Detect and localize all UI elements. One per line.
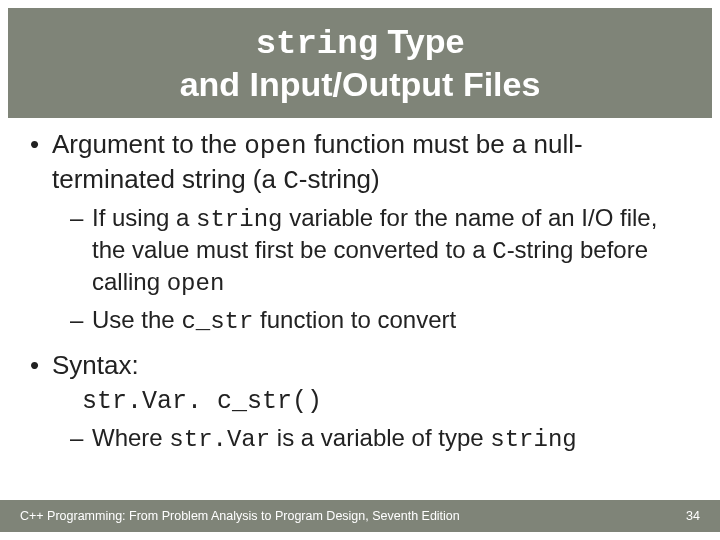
bullet-1-sub-2: Use the c_str function to convert [52, 305, 696, 337]
slide: string Type and Input/Output Files Argum… [0, 0, 720, 540]
b1s2-code-cstr: c_str [181, 308, 253, 335]
b1s1-code-string: string [196, 206, 282, 233]
b1s1-code-open: open [167, 270, 225, 297]
bullet-1-sublist: If using a string variable for the name … [52, 203, 696, 337]
footer-bar: C++ Programming: From Problem Analysis t… [0, 500, 720, 532]
slide-title: string Type and Input/Output Files [180, 22, 541, 103]
title-line2: and Input/Output Files [180, 65, 541, 103]
bullet-2-sublist: Where str.Var is a variable of type stri… [52, 423, 696, 455]
syntax-expression: str.Var. c_str() [82, 386, 696, 417]
content-area: Argument to the open function must be a … [24, 128, 696, 492]
b1-pre: Argument to the [52, 129, 244, 159]
bullet-2-sub-1: Where str.Var is a variable of type stri… [52, 423, 696, 455]
title-band: string Type and Input/Output Files [8, 8, 712, 118]
b1-code-open: open [244, 131, 306, 161]
b1s1-code-c: C [492, 238, 506, 265]
bullet-1: Argument to the open function must be a … [24, 128, 696, 337]
bullet-1-sub-1: If using a string variable for the name … [52, 203, 696, 299]
b2-text: Syntax: [52, 350, 139, 380]
b2s1-code-string: string [490, 426, 576, 453]
b1s2-post: function to convert [253, 306, 456, 333]
b1-tail: -string) [299, 164, 380, 194]
b2s1-mid: is a variable of type [270, 424, 490, 451]
title-line1-rest: Type [378, 22, 464, 60]
bullet-list: Argument to the open function must be a … [24, 128, 696, 455]
bullet-2: Syntax: str.Var. c_str() Where str.Var i… [24, 349, 696, 455]
b1s2-pre: Use the [92, 306, 181, 333]
b2s1-code-strvar: str.Var [169, 426, 270, 453]
footer-left: C++ Programming: From Problem Analysis t… [20, 509, 460, 523]
page-number: 34 [686, 509, 700, 523]
title-code: string [256, 25, 378, 63]
b1s1-pre: If using a [92, 204, 196, 231]
b1-cstr: C [283, 166, 299, 196]
b2s1-pre: Where [92, 424, 169, 451]
